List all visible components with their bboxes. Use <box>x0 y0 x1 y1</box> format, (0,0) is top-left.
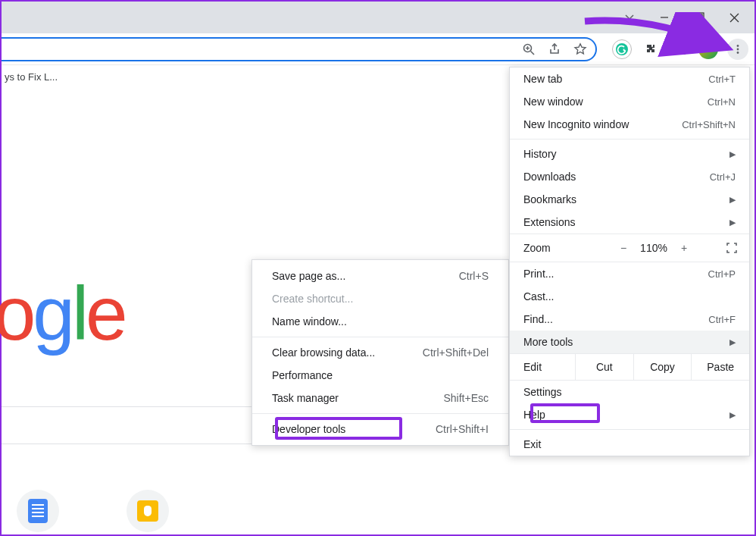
label: Create shortcut... <box>272 293 353 305</box>
label: Name window... <box>272 315 347 328</box>
shortcut: Ctrl+Shift+N <box>682 119 736 130</box>
share-icon[interactable] <box>547 42 562 57</box>
shortcut: Ctrl+P <box>708 268 736 280</box>
submenu-performance[interactable]: Performance <box>252 364 508 387</box>
fullscreen-button[interactable] <box>714 242 749 254</box>
shortcut: Ctrl+Shift+Del <box>423 346 489 359</box>
shortcut: Ctrl+Shift+I <box>436 423 489 435</box>
menu-help[interactable]: Help▶ <box>510 403 749 426</box>
chrome-menu: New tabCtrl+T New windowCtrl+N New Incog… <box>509 67 750 456</box>
star-icon[interactable] <box>573 42 588 57</box>
zoom-icon[interactable] <box>521 42 536 57</box>
more-tools-submenu: Save page as...Ctrl+S Create shortcut...… <box>251 259 509 446</box>
logo-l: l <box>72 271 86 356</box>
label: New tab <box>523 73 562 85</box>
logo-o2: o <box>0 271 33 356</box>
menu-find[interactable]: Find...Ctrl+F <box>510 308 749 331</box>
submenu-name-window[interactable]: Name window... <box>252 310 508 333</box>
label: Print... <box>523 268 554 280</box>
svg-point-14 <box>737 52 739 54</box>
label: Performance <box>272 369 333 381</box>
toolbar <box>2 33 754 65</box>
label: Settings <box>523 386 562 398</box>
menu-more-tools[interactable]: More tools▶ <box>510 331 749 353</box>
chrome-window: ys to Fix L... oogle New tabCtrl+T New w… <box>0 0 756 536</box>
logo-g2: g <box>33 271 72 356</box>
tab-dropdown-icon[interactable] <box>612 2 647 33</box>
label: Developer tools <box>272 423 345 435</box>
kebab-menu-icon[interactable] <box>727 39 748 60</box>
chevron-right-icon: ▶ <box>729 410 736 420</box>
label: Edit <box>510 361 575 373</box>
svg-rect-2 <box>697 13 704 19</box>
label: Help <box>523 409 545 421</box>
grammarly-icon[interactable] <box>612 39 632 59</box>
chevron-right-icon: ▶ <box>729 337 736 347</box>
menu-cast[interactable]: Cast... <box>510 285 749 308</box>
menu-new-window[interactable]: New windowCtrl+N <box>510 90 749 113</box>
zoom-value: 110% <box>640 242 667 254</box>
menu-incognito[interactable]: New Incognito windowCtrl+Shift+N <box>510 113 749 136</box>
logo-e: e <box>86 271 125 356</box>
bookmark-item[interactable]: ys to Fix L... <box>5 71 58 83</box>
close-button[interactable] <box>717 2 751 33</box>
maximize-button[interactable] <box>682 2 717 33</box>
shortcut-docs[interactable] <box>17 490 59 532</box>
docs-icon <box>28 499 48 523</box>
minimize-button[interactable] <box>647 2 682 33</box>
submenu-developer-tools[interactable]: Developer toolsCtrl+Shift+I <box>252 418 508 440</box>
menu-bookmarks[interactable]: Bookmarks▶ <box>510 188 749 211</box>
shortcut: Ctrl+N <box>708 96 736 108</box>
side-panel-icon[interactable] <box>670 39 689 59</box>
menu-downloads[interactable]: DownloadsCtrl+J <box>510 165 749 188</box>
edit-copy[interactable]: Copy <box>633 354 692 380</box>
menu-zoom: Zoom − 110% + <box>510 234 749 262</box>
toolbar-right <box>612 33 748 65</box>
label: Bookmarks <box>523 193 576 205</box>
label: Downloads <box>523 171 576 183</box>
omnibox[interactable] <box>2 37 597 61</box>
svg-rect-1 <box>695 14 702 20</box>
zoom-in-button[interactable]: + <box>681 242 687 254</box>
shortcut: Ctrl+S <box>459 270 489 282</box>
menu-edit: Edit Cut Copy Paste <box>510 353 749 381</box>
separator <box>252 337 508 337</box>
label: Find... <box>523 313 553 325</box>
submenu-task-manager[interactable]: Task managerShift+Esc <box>252 387 508 409</box>
menu-history[interactable]: History▶ <box>510 143 749 165</box>
label: New Incognito window <box>523 118 629 130</box>
shortcut: Shift+Esc <box>443 392 489 404</box>
label: History <box>523 148 557 160</box>
extensions-icon[interactable] <box>641 39 661 59</box>
menu-extensions[interactable]: Extensions▶ <box>510 211 749 234</box>
svg-rect-10 <box>674 45 685 54</box>
svg-point-13 <box>737 49 739 51</box>
submenu-clear-browsing-data[interactable]: Clear browsing data...Ctrl+Shift+Del <box>252 341 508 364</box>
shortcut-keep[interactable] <box>127 490 169 532</box>
separator <box>510 139 749 139</box>
edit-paste[interactable]: Paste <box>691 354 749 380</box>
menu-new-tab[interactable]: New tabCtrl+T <box>510 67 749 90</box>
separator <box>252 413 508 414</box>
label: More tools <box>523 336 573 348</box>
label: Clear browsing data... <box>272 346 375 359</box>
profile-avatar[interactable] <box>698 39 718 59</box>
zoom-out-button[interactable]: − <box>620 242 626 254</box>
edit-cut[interactable]: Cut <box>575 354 633 380</box>
label: Extensions <box>523 216 575 228</box>
menu-exit[interactable]: Exit <box>510 433 749 456</box>
svg-line-6 <box>531 52 535 55</box>
label: Zoom <box>510 242 593 254</box>
submenu-save-page[interactable]: Save page as...Ctrl+S <box>252 265 508 287</box>
menu-print[interactable]: Print...Ctrl+P <box>510 262 749 285</box>
label: Cast... <box>523 290 554 302</box>
shortcut: Ctrl+T <box>708 74 736 85</box>
svg-point-12 <box>737 45 739 47</box>
separator <box>510 429 749 430</box>
label: Save page as... <box>272 270 345 282</box>
chevron-right-icon: ▶ <box>729 195 736 205</box>
titlebar <box>2 2 754 33</box>
menu-settings[interactable]: Settings <box>510 381 749 403</box>
submenu-create-shortcut[interactable]: Create shortcut... <box>252 287 508 310</box>
shortcut: Ctrl+J <box>710 171 736 183</box>
